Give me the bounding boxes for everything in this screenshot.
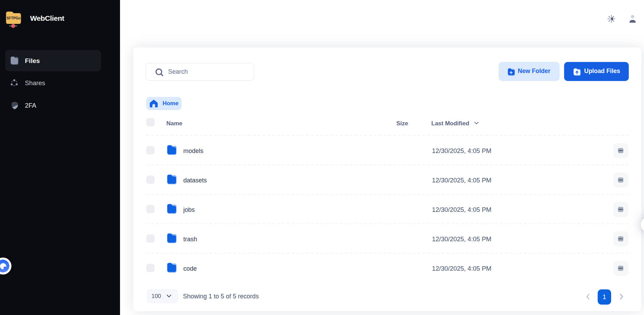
svg-text:SFTPGo: SFTPGo — [7, 16, 20, 20]
